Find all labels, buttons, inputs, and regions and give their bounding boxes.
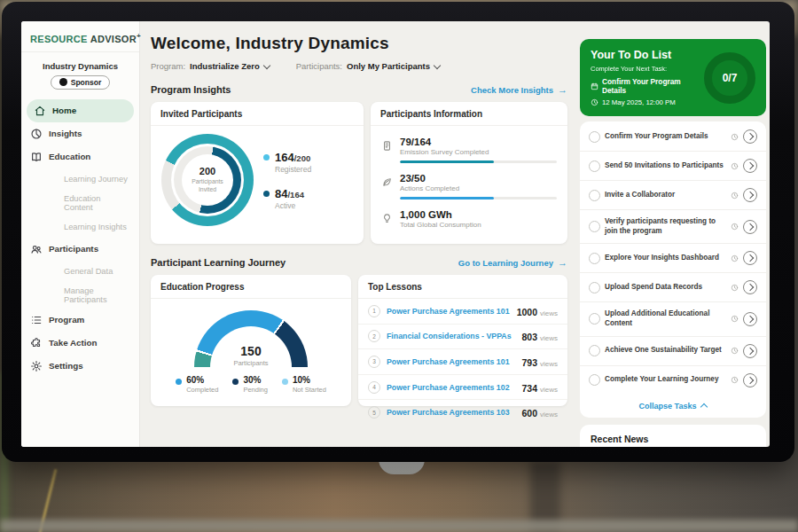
legend-item: 30% Pending (232, 375, 268, 394)
sidebar-item[interactable]: Education (21, 145, 139, 168)
check-more-insights-link[interactable]: Check More Insights → (471, 84, 567, 95)
task-checkbox[interactable] (589, 345, 600, 356)
task-checkbox[interactable] (589, 253, 600, 264)
lesson-views-count: 793 (521, 357, 537, 368)
sidebar-item-label: Settings (49, 361, 83, 371)
filters-bar: Program: Industrialize Zero Participants… (151, 61, 567, 71)
task-chevron-button[interactable] (743, 251, 757, 265)
lesson-link[interactable]: Power Purchase Agreements 103 (387, 408, 515, 417)
legend-dot (263, 191, 270, 197)
clock-icon (731, 347, 739, 355)
sidebar-nav: Home Insights Education Learning Journey… (21, 99, 139, 378)
sidebar-item[interactable]: Participants (21, 238, 139, 261)
task-row[interactable]: Invite a Collaborator (580, 181, 766, 210)
sidebar-item[interactable]: Take Action (21, 332, 139, 355)
task-row[interactable]: Explore Your Insights Dashboard (580, 244, 766, 273)
legend-total: /200 (294, 153, 311, 163)
clock-icon (731, 315, 739, 323)
stat-value: 23/50 (400, 173, 557, 184)
top-lessons-card: Top Lessons 1 Power Purchase Agreements … (358, 275, 567, 406)
collapse-tasks-label: Collapse Tasks (639, 402, 697, 411)
todo-title: Your To Do List (591, 49, 699, 61)
task-checkbox[interactable] (589, 221, 600, 232)
legend-item: 60% Completed (176, 375, 218, 394)
lesson-link[interactable]: Power Purchase Agreements 101 (387, 357, 515, 366)
program-icon (30, 314, 43, 326)
logo-plus: + (137, 32, 141, 40)
lesson-link[interactable]: Power Purchase Agreements 102 (387, 383, 515, 392)
sidebar-item[interactable]: Learning Insights (21, 216, 139, 238)
lesson-row: 1 Power Purchase Agreements 101 1000view… (358, 299, 567, 325)
collapse-tasks-link[interactable]: Collapse Tasks (580, 395, 766, 415)
legend-dot (176, 379, 182, 385)
legend-value: 164 (275, 151, 294, 164)
sponsor-label: Sponsor (71, 78, 101, 87)
task-chevron-button[interactable] (743, 312, 757, 326)
go-to-learning-journey-link[interactable]: Go to Learning Journey → (458, 257, 567, 268)
lesson-rank-badge: 5 (368, 406, 380, 419)
task-checkbox[interactable] (589, 313, 600, 325)
task-checkbox[interactable] (589, 190, 600, 201)
lesson-views-count: 600 (521, 408, 537, 419)
lesson-row: 5 Power Purchase Agreements 103 600views (358, 400, 567, 425)
participants-filter-dropdown[interactable]: Participants: Only My Participants (296, 61, 440, 71)
invited-participants-donut-chart: 200 Participants Invited (161, 134, 254, 226)
task-chevron-button[interactable] (743, 188, 757, 202)
clock-icon (591, 98, 598, 106)
task-row[interactable]: Achieve One Sustainability Target (580, 337, 766, 366)
lesson-views-suffix: views (540, 360, 558, 368)
task-chevron-button[interactable] (743, 373, 757, 387)
task-row[interactable]: Verify participants requesting to join t… (580, 210, 766, 244)
legend-label: Completed (186, 386, 218, 394)
task-checkbox[interactable] (589, 282, 600, 293)
todo-tasks-card: Confirm Your Program Details Send 50 Inv… (580, 121, 766, 418)
task-row[interactable]: Confirm Your Program Details (580, 122, 766, 152)
bulb-icon (381, 212, 393, 223)
program-filter-dropdown[interactable]: Program: Industrialize Zero (151, 61, 270, 71)
task-label: Upload Additional Educational Content (605, 309, 726, 328)
sponsor-icon (59, 78, 67, 86)
home-icon (34, 105, 46, 117)
task-checkbox[interactable] (589, 374, 600, 386)
sidebar-item[interactable]: Home (27, 99, 134, 122)
monitor-bezel: RESOURCE ADVISOR+ Industry Dynamics Spon… (2, 2, 794, 462)
sidebar-item[interactable]: Learning Journey (21, 168, 139, 190)
task-label: Upload Spend Data Records (605, 283, 726, 293)
org-name: Industry Dynamics (21, 61, 139, 71)
chevron-right-icon (747, 254, 754, 262)
stat-row: 1,000 GWh Total Global Consumption (381, 204, 557, 233)
sidebar-item[interactable]: Settings (21, 355, 139, 378)
survey-icon (381, 139, 393, 151)
clock-icon (731, 284, 739, 292)
lesson-link[interactable]: Financial Considerations - VPPAs (387, 332, 515, 340)
sidebar-item-label: Home (52, 106, 76, 115)
task-checkbox[interactable] (589, 131, 600, 143)
sidebar-item[interactable]: Insights (21, 122, 139, 145)
recent-news-card: Recent News (580, 425, 766, 447)
task-chevron-button[interactable] (743, 344, 757, 358)
task-row[interactable]: Upload Additional Educational Content (580, 302, 766, 336)
task-chevron-button[interactable] (743, 220, 757, 234)
donut-center-value: 200 (200, 166, 215, 176)
program-filter-value: Industrialize Zero (190, 61, 260, 71)
actions-icon (381, 176, 393, 187)
task-chevron-button[interactable] (743, 129, 757, 144)
legend-label: Pending (243, 386, 268, 394)
stat-row: 23/50 Actions Completed (381, 168, 557, 204)
education-progress-title: Education Progress (151, 275, 351, 299)
sidebar-item[interactable]: General Data (21, 261, 139, 282)
sidebar-item[interactable]: Program (21, 309, 139, 332)
task-chevron-button[interactable] (743, 280, 757, 294)
task-chevron-button[interactable] (743, 159, 757, 173)
education-progress-gauge-chart: 150 Participants (194, 310, 308, 367)
task-row[interactable]: Send 50 Invitations to Participants (580, 152, 766, 181)
lesson-link[interactable]: Power Purchase Agreements 101 (387, 307, 511, 316)
education-icon (30, 151, 43, 163)
sidebar-item[interactable]: Education Content (21, 190, 139, 216)
sidebar-item[interactable]: Manage Participants (21, 282, 139, 309)
sidebar-item-label: Insights (49, 129, 82, 138)
task-checkbox[interactable] (589, 160, 600, 172)
lesson-row: 4 Power Purchase Agreements 102 734views (358, 375, 567, 401)
task-row[interactable]: Complete Your Learning Journey (580, 366, 766, 395)
task-row[interactable]: Upload Spend Data Records (580, 273, 766, 302)
